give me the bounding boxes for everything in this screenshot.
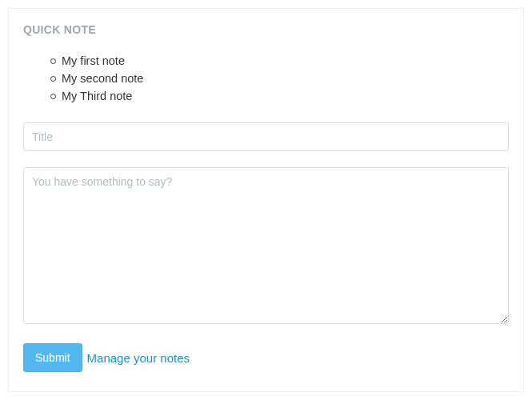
notes-list: My first note My second note My Third no… bbox=[50, 52, 509, 105]
note-body-textarea[interactable] bbox=[23, 167, 509, 324]
panel-title: QUICK NOTE bbox=[23, 23, 509, 36]
note-title: My Third note bbox=[62, 90, 132, 102]
quick-note-panel: QUICK NOTE My first note My second note … bbox=[8, 8, 524, 392]
note-title: My second note bbox=[62, 72, 143, 85]
list-item: My Third note bbox=[50, 87, 509, 105]
submit-button[interactable]: Submit bbox=[23, 343, 82, 372]
manage-notes-link[interactable]: Manage your notes bbox=[87, 351, 190, 365]
list-item: My first note bbox=[50, 52, 509, 70]
list-item: My second note bbox=[50, 70, 509, 87]
note-title-input[interactable] bbox=[23, 122, 509, 151]
form-actions: Submit Manage your notes bbox=[23, 343, 509, 372]
note-title: My first note bbox=[62, 54, 125, 67]
